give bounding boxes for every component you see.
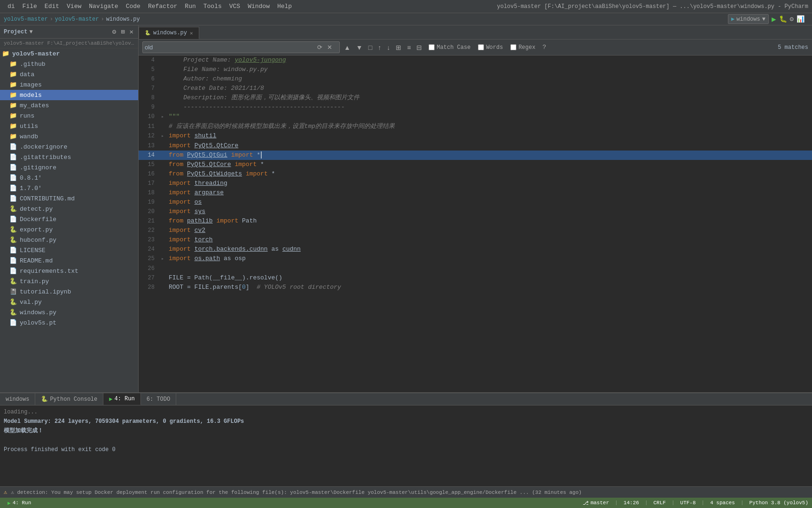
bottom-tab-python-console-label: Python Console — [50, 396, 97, 403]
search-option-2[interactable]: ↓ — [385, 43, 391, 52]
sidebar-settings-icon[interactable]: ⚙ — [111, 27, 117, 37]
tree-item-export[interactable]: 🐍 export.py — [0, 224, 138, 235]
tree-item-github[interactable]: 📁 .github — [0, 59, 138, 69]
notification-text[interactable]: ⚠ detection: You may setup Docker deploy… — [11, 489, 582, 495]
status-bar: ▶ 4: Run ⎇ master | 14:26 | CRLF | UTF-8… — [0, 498, 812, 508]
search-filter-button[interactable]: ⊟ — [415, 43, 423, 52]
search-history-button[interactable]: ⟳ — [316, 43, 324, 52]
editor-tab-windows[interactable]: 🐍 windows.py ✕ — [139, 27, 199, 39]
tree-item-dockerfile[interactable]: 📄 Dockerfile — [0, 214, 138, 224]
tree-item-yolov5s[interactable]: 📄 yolov5s.pt — [0, 318, 138, 328]
debug-button[interactable]: 🐛 — [779, 15, 787, 23]
code-line-23: 23 import torch — [139, 235, 812, 245]
breadcrumb-item-2[interactable]: yolov5-master — [55, 16, 99, 23]
menu-help[interactable]: Help — [273, 2, 296, 11]
menu-vcs[interactable]: VCS — [226, 2, 244, 11]
regex-checkbox[interactable] — [510, 44, 516, 50]
bottom-tab-windows[interactable]: windows — [0, 393, 35, 405]
words-checkbox[interactable] — [478, 44, 484, 50]
menu-tools[interactable]: Tools — [200, 2, 226, 11]
tree-item-wandb[interactable]: 📁 wandb — [0, 131, 138, 142]
regex-option[interactable]: Regex — [508, 43, 538, 52]
tree-item-runs[interactable]: 📁 runs — [0, 111, 138, 121]
run-config-dropdown-icon[interactable]: ▼ — [762, 16, 765, 23]
tree-item-label: .gitattributes — [20, 154, 71, 161]
profile-button[interactable]: 📊 — [796, 15, 804, 23]
fold-icon-12[interactable]: ▸ — [161, 134, 164, 139]
menu-window[interactable]: Window — [244, 2, 273, 11]
tree-item-tutorial[interactable]: 📓 tutorial.ipynb — [0, 286, 138, 297]
search-in-file-button[interactable]: □ — [367, 43, 374, 52]
tree-item-requirements[interactable]: 📄 requirements.txt — [0, 266, 138, 276]
tree-item-train[interactable]: 🐍 train.py — [0, 276, 138, 286]
search-input-wrapper: old ⟳ ✕ — [142, 41, 340, 53]
bottom-tab-todo[interactable]: 6: TODO — [141, 393, 176, 405]
run-button[interactable]: ▶ — [772, 15, 776, 24]
tree-item-dockerignore[interactable]: 📄 .dockerignore — [0, 142, 138, 152]
fold-icon-25[interactable]: ▸ — [161, 256, 164, 262]
tree-item-gitignore[interactable]: 📄 .gitignore — [0, 162, 138, 173]
search-question-icon[interactable]: ? — [540, 44, 548, 51]
tab-close-icon[interactable]: ✕ — [190, 30, 193, 36]
search-option-4[interactable]: ≡ — [406, 43, 412, 52]
tree-item-data[interactable]: 📁 data — [0, 69, 138, 79]
coverage-button[interactable]: ⚙ — [790, 15, 794, 23]
bottom-tab-run[interactable]: ▶ 4: Run — [103, 393, 141, 405]
breadcrumb-item-3[interactable]: windows.py — [106, 16, 140, 23]
tree-item-170[interactable]: 📄 1.7.0' — [0, 183, 138, 193]
sidebar-header: Project ▼ ⚙ ⊞ ✕ — [0, 25, 138, 39]
search-input[interactable]: old — [145, 44, 314, 51]
tree-item-root[interactable]: 📁 yolov5-master — [0, 48, 138, 59]
status-python-version[interactable]: Python 3.8 (yolov5) — [750, 500, 808, 506]
breadcrumb-item-1[interactable]: yolov5-master — [4, 16, 48, 23]
bottom-tab-python-console[interactable]: 🐍 Python Console — [35, 393, 103, 405]
status-indent[interactable]: 4 spaces — [710, 500, 735, 506]
menu-bar: di File Edit View Navigate Code Refactor… — [0, 0, 812, 13]
tree-item-contributing[interactable]: 📄 CONTRIBUTING.md — [0, 193, 138, 204]
tab-label: windows.py — [153, 30, 187, 36]
menu-di[interactable]: di — [4, 2, 19, 11]
status-git[interactable]: ⎇ master — [583, 500, 609, 506]
sidebar-close-icon[interactable]: ✕ — [129, 27, 134, 37]
fold-icon-10[interactable]: ▸ — [161, 114, 164, 119]
tree-item-models[interactable]: 📁 models — [0, 90, 138, 100]
menu-edit[interactable]: Edit — [41, 2, 63, 11]
menu-view[interactable]: View — [63, 2, 85, 11]
search-option-1[interactable]: ↑ — [376, 43, 383, 52]
menu-navigate[interactable]: Navigate — [85, 2, 122, 11]
sidebar-dropdown-icon[interactable]: ▼ — [29, 29, 32, 35]
menu-file[interactable]: File — [19, 2, 41, 11]
status-line-ending[interactable]: CRLF — [654, 500, 666, 506]
status-encoding[interactable]: UTF-8 — [680, 500, 696, 506]
menu-run[interactable]: Run — [181, 2, 199, 11]
tree-item-my-dates[interactable]: 📁 my_dates — [0, 100, 138, 111]
file-icon: 📄 — [9, 153, 17, 161]
sidebar-layout-icon[interactable]: ⊞ — [120, 27, 125, 37]
words-option[interactable]: Words — [476, 43, 505, 52]
tree-item-hubconf[interactable]: 🐍 hubconf.py — [0, 235, 138, 245]
search-prev-button[interactable]: ▲ — [343, 43, 352, 52]
menu-refactor[interactable]: Refactor — [144, 2, 181, 11]
run-config-label[interactable]: windows — [736, 16, 760, 23]
status-line-col[interactable]: 14:26 — [624, 500, 639, 506]
match-case-option[interactable]: Match Case — [426, 43, 473, 52]
code-line-20: 20 import sys — [139, 207, 812, 216]
tree-item-label: 0.8.1' — [20, 175, 42, 182]
menu-code[interactable]: Code — [122, 2, 144, 11]
tree-item-windows[interactable]: 🐍 windows.py — [0, 307, 138, 318]
tree-item-081[interactable]: 📄 0.8.1' — [0, 173, 138, 183]
tree-item-license[interactable]: 📄 LICENSE — [0, 245, 138, 255]
search-next-button[interactable]: ▼ — [355, 43, 364, 52]
tree-item-images[interactable]: 📁 images — [0, 79, 138, 90]
tree-item-gitattributes[interactable]: 📄 .gitattributes — [0, 152, 138, 162]
tree-item-detect[interactable]: 🐍 detect.py — [0, 204, 138, 214]
search-clear-button[interactable]: ✕ — [326, 43, 334, 52]
tree-item-readme[interactable]: 📄 README.md — [0, 255, 138, 266]
tree-item-val[interactable]: 🐍 val.py — [0, 297, 138, 307]
tree-item-utils[interactable]: 📁 utils — [0, 121, 138, 131]
file-icon: 🐍 — [9, 309, 17, 316]
code-editor[interactable]: 4 Project Name: yolov5-jungong 5 File Na… — [139, 56, 812, 392]
search-option-3[interactable]: ⊞ — [394, 43, 403, 52]
match-case-checkbox[interactable] — [429, 44, 435, 50]
tree-item-label: train.py — [20, 278, 49, 285]
